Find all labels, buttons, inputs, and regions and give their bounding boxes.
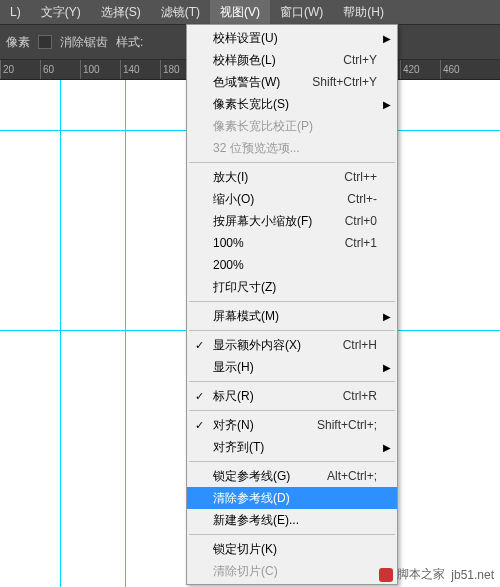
watermark-logo-icon	[379, 568, 393, 582]
menu-item[interactable]: 缩小(O)Ctrl+-	[187, 188, 397, 210]
menu-item-label: 显示额外内容(X)	[213, 337, 343, 354]
vertical-guide[interactable]	[125, 80, 126, 587]
check-icon: ✓	[195, 390, 204, 403]
menu-separator	[189, 330, 395, 331]
menu-item: 像素长宽比校正(P)	[187, 115, 397, 137]
menu-item-label: 打印尺寸(Z)	[213, 279, 377, 296]
menu-item-shortcut: Shift+Ctrl+;	[317, 418, 377, 432]
submenu-arrow-icon: ▶	[383, 311, 391, 322]
menu-item-label: 像素长宽比(S)	[213, 96, 377, 113]
menu-item[interactable]: 锁定参考线(G)Alt+Ctrl+;	[187, 465, 397, 487]
watermark: 脚本之家 jb51.net	[379, 566, 494, 583]
menubar: L)文字(Y)选择(S)滤镜(T)视图(V)窗口(W)帮助(H)	[0, 0, 500, 24]
menu-item[interactable]: 屏幕模式(M)▶	[187, 305, 397, 327]
menu-item[interactable]: 校样颜色(L)Ctrl+Y	[187, 49, 397, 71]
submenu-arrow-icon: ▶	[383, 362, 391, 373]
check-icon: ✓	[195, 419, 204, 432]
menu-item[interactable]: ✓显示额外内容(X)Ctrl+H	[187, 334, 397, 356]
menu-item-label: 色域警告(W)	[213, 74, 312, 91]
watermark-url: jb51.net	[451, 568, 494, 582]
style-label: 样式:	[116, 34, 143, 51]
ruler-tick: 100	[80, 60, 120, 79]
watermark-text: 脚本之家	[397, 566, 445, 583]
menu-item[interactable]: ✓对齐(N)Shift+Ctrl+;	[187, 414, 397, 436]
menu-item-label: 锁定参考线(G)	[213, 468, 327, 485]
ruler-tick: 20	[0, 60, 40, 79]
menu-item-label: 校样颜色(L)	[213, 52, 343, 69]
menu-item-label: 按屏幕大小缩放(F)	[213, 213, 345, 230]
menu-separator	[189, 301, 395, 302]
menu-item-shortcut: Ctrl++	[344, 170, 377, 184]
ruler-tick: 60	[40, 60, 80, 79]
view-menu-dropdown: 校样设置(U)▶校样颜色(L)Ctrl+Y色域警告(W)Shift+Ctrl+Y…	[186, 24, 398, 585]
menu-item[interactable]: 按屏幕大小缩放(F)Ctrl+0	[187, 210, 397, 232]
submenu-arrow-icon: ▶	[383, 99, 391, 110]
ruler-tick: 420	[400, 60, 440, 79]
check-icon: ✓	[195, 339, 204, 352]
menubar-item[interactable]: L)	[0, 1, 31, 23]
menubar-item[interactable]: 视图(V)	[210, 0, 270, 25]
menu-item-label: 显示(H)	[213, 359, 377, 376]
menu-item-label: 屏幕模式(M)	[213, 308, 377, 325]
ruler-tick: 140	[120, 60, 160, 79]
menu-item: 清除切片(C)	[187, 560, 397, 582]
menu-item-shortcut: Ctrl+0	[345, 214, 377, 228]
menubar-item[interactable]: 选择(S)	[91, 0, 151, 25]
menubar-item[interactable]: 滤镜(T)	[151, 0, 210, 25]
menu-item[interactable]: 打印尺寸(Z)	[187, 276, 397, 298]
unit-label: 像素	[6, 34, 30, 51]
menu-item[interactable]: 清除参考线(D)	[187, 487, 397, 509]
menu-item-label: 清除参考线(D)	[213, 490, 377, 507]
menu-item[interactable]: 像素长宽比(S)▶	[187, 93, 397, 115]
antialias-label: 消除锯齿	[60, 34, 108, 51]
menu-item-shortcut: Ctrl+R	[343, 389, 377, 403]
menubar-item[interactable]: 窗口(W)	[270, 0, 333, 25]
submenu-arrow-icon: ▶	[383, 442, 391, 453]
antialias-checkbox[interactable]	[38, 35, 52, 49]
menu-item-label: 像素长宽比校正(P)	[213, 118, 377, 135]
menu-item-shortcut: Shift+Ctrl+Y	[312, 75, 377, 89]
menu-item-shortcut: Ctrl+-	[347, 192, 377, 206]
menu-item[interactable]: 色域警告(W)Shift+Ctrl+Y	[187, 71, 397, 93]
menu-item-shortcut: Ctrl+Y	[343, 53, 377, 67]
vertical-guide[interactable]	[60, 80, 61, 587]
menu-item[interactable]: 100%Ctrl+1	[187, 232, 397, 254]
menu-item[interactable]: 放大(I)Ctrl++	[187, 166, 397, 188]
menu-item-label: 32 位预览选项...	[213, 140, 377, 157]
menu-item[interactable]: 校样设置(U)▶	[187, 27, 397, 49]
ruler-tick: 460	[440, 60, 480, 79]
menu-item-label: 锁定切片(K)	[213, 541, 377, 558]
menu-item[interactable]: 对齐到(T)▶	[187, 436, 397, 458]
menu-item: 32 位预览选项...	[187, 137, 397, 159]
menu-item-shortcut: Ctrl+H	[343, 338, 377, 352]
menu-separator	[189, 461, 395, 462]
menu-item-label: 标尺(R)	[213, 388, 343, 405]
menu-item-shortcut: Ctrl+1	[345, 236, 377, 250]
menu-item[interactable]: 200%	[187, 254, 397, 276]
menu-item-label: 100%	[213, 236, 345, 250]
menu-separator	[189, 381, 395, 382]
menu-separator	[189, 162, 395, 163]
menu-item-label: 200%	[213, 258, 377, 272]
menubar-item[interactable]: 文字(Y)	[31, 0, 91, 25]
menu-item-label: 对齐(N)	[213, 417, 317, 434]
submenu-arrow-icon: ▶	[383, 33, 391, 44]
menu-item[interactable]: ✓标尺(R)Ctrl+R	[187, 385, 397, 407]
menu-item-label: 对齐到(T)	[213, 439, 377, 456]
menu-separator	[189, 534, 395, 535]
menubar-item[interactable]: 帮助(H)	[333, 0, 394, 25]
menu-item-label: 新建参考线(E)...	[213, 512, 377, 529]
menu-item-label: 清除切片(C)	[213, 563, 377, 580]
menu-separator	[189, 410, 395, 411]
menu-item-label: 放大(I)	[213, 169, 344, 186]
menu-item-shortcut: Alt+Ctrl+;	[327, 469, 377, 483]
menu-item-label: 校样设置(U)	[213, 30, 377, 47]
menu-item[interactable]: 新建参考线(E)...	[187, 509, 397, 531]
menu-item[interactable]: 锁定切片(K)	[187, 538, 397, 560]
menu-item[interactable]: 显示(H)▶	[187, 356, 397, 378]
menu-item-label: 缩小(O)	[213, 191, 347, 208]
